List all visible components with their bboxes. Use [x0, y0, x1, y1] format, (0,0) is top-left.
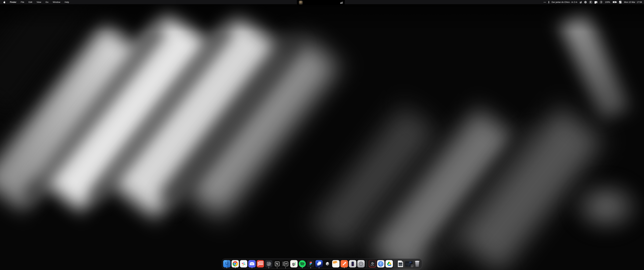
- granola-icon: g: [290, 260, 298, 267]
- raycast-icon: raycast: [368, 260, 376, 267]
- document-file-icon: [398, 260, 403, 267]
- desktop: { "menu_bar": { "apple_logo_icon": "appl…: [0, 0, 644, 270]
- system-settings-icon: [358, 260, 365, 267]
- keyhole-stem: [601, 2, 602, 3]
- menu-item-finder[interactable]: Finder: [10, 1, 16, 3]
- spotify-icon: [299, 260, 306, 267]
- black-cube-3d-icon: [324, 260, 331, 267]
- menu-bar-status-area: ••• Dar jantar do Chico · in 2 m g 100%: [544, 1, 644, 4]
- dock-app-3d-cube[interactable]: [324, 259, 331, 268]
- dock-file-document[interactable]: [397, 259, 404, 268]
- toggle-pill-top: [619, 1, 622, 2]
- iphone-shape: [351, 261, 354, 266]
- dock-app-todoist[interactable]: [257, 259, 264, 268]
- menu-item-view[interactable]: View: [36, 1, 41, 3]
- dock-app-spotify[interactable]: [299, 259, 306, 268]
- craft-cards-icon: [316, 260, 323, 267]
- dock-separator: [366, 260, 367, 267]
- running-indicator: [310, 267, 311, 268]
- dock-app-raycast[interactable]: raycast: [368, 259, 376, 268]
- dock-app-linear[interactable]: [265, 259, 272, 268]
- raycast-label: raycast: [370, 264, 374, 266]
- google-drive-icon: [386, 260, 393, 267]
- battery-nub: [616, 2, 617, 3]
- menu-bar-left: Finder File Edit View Go Window Help: [0, 1, 69, 4]
- menu-item-help[interactable]: Help: [65, 1, 69, 3]
- running-indicator: [302, 267, 303, 268]
- calendar-event-text[interactable]: Dar jantar do Chico · in 2 m: [552, 1, 577, 3]
- granola-g-glyph: g: [292, 261, 295, 266]
- dock-trash[interactable]: [414, 259, 421, 268]
- granola-cursor-bar: [581, 1, 582, 3]
- audio-equalizer-icon: [340, 2, 342, 4]
- display-menu-icon[interactable]: [594, 1, 598, 3]
- desktop-wallpaper: [0, 0, 644, 270]
- trash-body: [415, 261, 420, 267]
- dock-app-iphone-mirroring[interactable]: [349, 259, 356, 268]
- calendar-pages: [283, 261, 284, 266]
- thumbnail-highlight: [410, 262, 412, 263]
- dock-app-chrome[interactable]: [232, 259, 239, 268]
- wallpaper-blob: [569, 178, 643, 235]
- control-center-icon[interactable]: [619, 1, 622, 3]
- front-card: [318, 261, 321, 265]
- chrome-icon: [232, 260, 239, 267]
- finder-icon: [223, 260, 230, 267]
- todoist-icon: [257, 260, 264, 267]
- 1password-menu-icon[interactable]: [600, 1, 602, 3]
- dock-app-craft[interactable]: [316, 259, 323, 268]
- dock-app-finder[interactable]: [223, 259, 230, 268]
- calendar-day-glyph: 10: [284, 261, 288, 266]
- apple-icon: [3, 1, 6, 4]
- notion-calendar-icon: 10: [282, 260, 289, 267]
- dock-app-1password[interactable]: [377, 259, 384, 268]
- now-playing-album-art[interactable]: [299, 1, 303, 5]
- notch-media-widget[interactable]: [297, 0, 345, 5]
- battery-percent-text: 100%: [605, 1, 610, 3]
- menu-item-file[interactable]: File: [21, 1, 24, 3]
- toggle-pill-bottom: [619, 2, 622, 3]
- menu-item-window[interactable]: Window: [53, 1, 60, 3]
- trash-rim: [415, 261, 420, 262]
- menu-bar-clock[interactable]: Mon 10 Mar 17:58: [624, 1, 642, 3]
- menu-item-go[interactable]: Go: [46, 1, 48, 3]
- dock-app-system-settings[interactable]: [358, 259, 365, 268]
- raycast-diamond: [371, 262, 374, 264]
- running-indicator: [277, 267, 278, 268]
- thumbnail-content: [406, 263, 410, 265]
- dock-app-discord[interactable]: [248, 259, 256, 268]
- menu-item-edit[interactable]: Edit: [28, 1, 32, 3]
- battery-charging-icon[interactable]: [613, 1, 616, 3]
- running-indicator: [344, 267, 345, 268]
- dock-app-notion[interactable]: N: [274, 259, 281, 268]
- granola-menu-icon[interactable]: g: [580, 1, 582, 3]
- flower-menu-icon[interactable]: [584, 1, 587, 4]
- running-indicator: [235, 267, 236, 268]
- postman-icon: [340, 260, 348, 267]
- dock-app-google-drive[interactable]: [386, 259, 393, 268]
- display-stand: [595, 3, 596, 4]
- orange-elephant-icon: [332, 260, 340, 267]
- dock-app-postico[interactable]: [332, 259, 340, 268]
- dock-file-screenshot[interactable]: 11: [405, 259, 412, 268]
- 1password-icon: [377, 260, 384, 267]
- discord-icon: [248, 260, 256, 267]
- teardrop-menu-icon[interactable]: [589, 1, 592, 4]
- separator-bar-icon: [548, 1, 549, 3]
- document-preview: [398, 262, 402, 266]
- dock-app-granola[interactable]: g: [290, 259, 298, 268]
- running-indicator: [226, 267, 227, 268]
- running-indicator: [252, 267, 252, 268]
- apple-menu-icon[interactable]: [3, 1, 6, 4]
- granola-g-glyph: g: [580, 1, 581, 3]
- 1password-disc: [378, 261, 384, 266]
- dock-app-figma[interactable]: [307, 259, 314, 268]
- dock-app-postman[interactable]: [340, 259, 348, 268]
- slack-icon: [240, 260, 247, 267]
- running-indicator: [285, 267, 286, 268]
- figma-icon: [307, 260, 314, 267]
- dock-app-slack[interactable]: [240, 259, 247, 268]
- overflow-dots-icon[interactable]: •••: [544, 1, 546, 3]
- dock-app-notion-calendar[interactable]: 10: [282, 259, 289, 268]
- running-indicator: [268, 267, 269, 268]
